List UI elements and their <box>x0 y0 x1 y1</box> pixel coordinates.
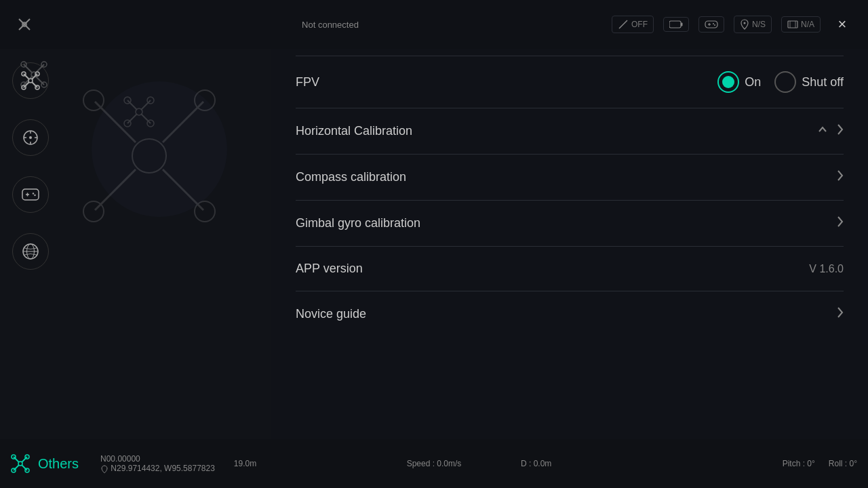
fpv-controls: On Shut off <box>717 71 844 93</box>
signal-status: OFF <box>612 16 654 33</box>
sidebar-gamepad-icon[interactable] <box>12 176 49 213</box>
svg-point-59 <box>136 108 142 115</box>
svg-rect-4 <box>669 21 681 28</box>
svg-point-32 <box>33 192 34 194</box>
connection-status: Not connected <box>58 20 602 30</box>
fpv-label: FPV <box>296 75 319 89</box>
fpv-shutoff-label: Shut off <box>802 75 844 89</box>
svg-line-49 <box>35 76 44 85</box>
novice-chevron-icon <box>837 306 844 322</box>
memory-label: N/A <box>801 20 814 29</box>
bottom-angles: Pitch : 0° Roll : 0° <box>783 459 857 468</box>
sidebar-crosshair-icon[interactable] <box>12 119 49 156</box>
svg-line-48 <box>24 76 33 85</box>
svg-point-50 <box>31 72 37 77</box>
svg-line-3 <box>619 20 627 28</box>
battery-status <box>663 17 689 32</box>
roll-value: Roll : 0° <box>829 459 857 468</box>
svg-line-55 <box>127 100 137 110</box>
svg-point-33 <box>34 195 35 196</box>
settings-panel: FPV On Shut off Horizontal Calibration <box>271 49 868 439</box>
fpv-shutoff-option[interactable]: Shut off <box>774 71 844 93</box>
top-left-drone-icon <box>20 61 47 91</box>
bottom-bar: Others N00.00000 N29.9714432, W95.587782… <box>0 439 868 488</box>
top-bar: Not connected OFF N/S <box>0 0 868 49</box>
horizontal-calibration-label: Horizontal Calibration <box>296 124 412 138</box>
fpv-shutoff-radio[interactable] <box>774 71 796 93</box>
svg-line-47 <box>35 64 44 73</box>
svg-point-11 <box>743 22 745 24</box>
horizontal-calibration-row[interactable]: Horizontal Calibration <box>296 108 844 155</box>
fpv-on-radio[interactable] <box>717 71 739 93</box>
svg-point-68 <box>18 462 22 466</box>
app-version-row: APP version V 1.6.0 <box>296 247 844 291</box>
others-label: Others <box>38 456 79 472</box>
svg-point-41 <box>132 139 166 173</box>
sidebar <box>0 49 61 488</box>
svg-line-46 <box>24 64 33 73</box>
compass-calibration-label: Compass calibration <box>296 170 406 184</box>
svg-rect-5 <box>681 23 683 26</box>
compass-calibration-row[interactable]: Compass calibration <box>296 155 844 201</box>
fpv-on-option[interactable]: On <box>717 71 761 93</box>
fpv-on-label: On <box>745 75 761 89</box>
bottom-dist-label: 19.0m <box>234 459 256 468</box>
svg-line-58 <box>141 114 151 123</box>
gimbal-gyro-row[interactable]: Gimbal gyro calibration <box>296 201 844 247</box>
svg-point-29 <box>29 136 32 139</box>
bottom-speed: Speed : 0.0m/s <box>407 459 462 468</box>
svg-point-45 <box>195 201 215 222</box>
svg-point-43 <box>195 90 215 110</box>
novice-guide-label: Novice guide <box>296 307 366 321</box>
gamepad-status <box>698 16 724 33</box>
bottom-d: D : 0.0m <box>521 459 551 468</box>
app-version-label: APP version <box>296 262 363 276</box>
drone-top-icon[interactable] <box>14 14 35 35</box>
svg-line-56 <box>141 100 151 110</box>
compass-calibration-right <box>837 169 844 185</box>
svg-point-44 <box>83 201 104 222</box>
svg-line-66 <box>14 465 19 470</box>
signal-label: OFF <box>631 20 648 29</box>
chevron-right-icon <box>837 123 844 139</box>
close-button[interactable]: × <box>830 12 854 37</box>
svg-line-65 <box>22 457 27 462</box>
compass-chevron-icon <box>837 169 844 185</box>
svg-point-10 <box>714 24 715 26</box>
memory-status: N/A <box>781 16 821 33</box>
app-version-value: V 1.6.0 <box>809 263 844 275</box>
novice-guide-row[interactable]: Novice guide <box>296 291 844 337</box>
gimbal-chevron-icon <box>837 216 844 231</box>
bottom-gps-coords: N29.9714432, W95.5877823 <box>100 464 215 473</box>
fpv-setting-row: FPV On Shut off <box>296 56 844 108</box>
pitch-value: Pitch : 0° <box>783 459 815 468</box>
svg-line-57 <box>127 114 137 123</box>
svg-line-64 <box>14 457 19 462</box>
svg-rect-6 <box>705 21 717 28</box>
novice-guide-right <box>837 306 844 322</box>
horizontal-calibration-right <box>816 123 844 139</box>
app-version-right: V 1.6.0 <box>809 263 844 275</box>
gimbal-gyro-right <box>837 216 844 231</box>
bottom-drone-icon[interactable] <box>11 454 30 473</box>
bottom-n-coords: N00.00000 <box>100 454 215 464</box>
chevron-up-icon <box>816 123 829 139</box>
gimbal-gyro-label: Gimbal gyro calibration <box>296 216 420 230</box>
gps-label: N/S <box>752 20 766 29</box>
second-drone-icon <box>122 95 156 131</box>
svg-line-67 <box>22 465 27 470</box>
svg-point-9 <box>713 23 714 24</box>
gps-status: N/S <box>734 16 772 33</box>
svg-point-42 <box>83 90 104 110</box>
svg-rect-12 <box>788 21 797 28</box>
sidebar-globe-icon[interactable] <box>12 233 49 270</box>
bottom-coords-group: N00.00000 N29.9714432, W95.5877823 <box>94 454 215 473</box>
